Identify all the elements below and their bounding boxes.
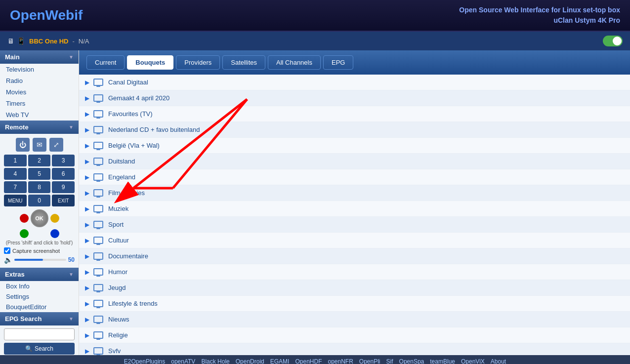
footer-link[interactable]: About xyxy=(491,358,506,364)
power-btn[interactable]: ⏻ xyxy=(16,138,30,152)
monitor-icon[interactable]: 🖥 xyxy=(7,37,14,45)
expand-arrow: ▶ xyxy=(85,284,89,291)
bouquet-item[interactable]: ▶ Jeugd xyxy=(79,280,630,296)
num-menu[interactable]: MENU xyxy=(4,195,27,206)
bouquet-item[interactable]: ▶ Nederland CD + favo buitenland xyxy=(79,122,630,138)
channel-info: 🖥 📱 BBC One HD - N/A xyxy=(7,37,89,45)
bouquet-item[interactable]: ▶ Humor xyxy=(79,264,630,280)
capture-checkbox[interactable] xyxy=(4,247,10,254)
volume-slider[interactable] xyxy=(14,259,66,261)
num-5[interactable]: 5 xyxy=(28,168,51,180)
bouquet-item[interactable]: ▶ België (Vla + Wal) xyxy=(79,138,630,154)
footer-link[interactable]: openNFR xyxy=(328,358,353,364)
epg-section-header[interactable]: EPG Search ▼ xyxy=(0,312,79,325)
bouquet-name: Nieuws xyxy=(108,316,129,323)
footer: E2OpenPluginsopenATVBlack HoleOpenDroidE… xyxy=(0,355,630,364)
num-4[interactable]: 4 xyxy=(4,168,27,180)
bouquet-item[interactable]: ▶ Engeland xyxy=(79,169,630,185)
main-section-header[interactable]: Main ▼ xyxy=(0,50,79,64)
nav-timers[interactable]: Timers xyxy=(0,98,79,109)
tv-icon xyxy=(93,347,103,355)
green-btn[interactable] xyxy=(20,229,29,238)
expand-arrow: ▶ xyxy=(85,348,89,355)
num-3[interactable]: 3 xyxy=(52,155,75,166)
nav-boxinfo[interactable]: Box Info xyxy=(0,281,79,291)
tv-icon xyxy=(93,300,103,307)
expand-btn[interactable]: ⤢ xyxy=(49,138,63,152)
bouquet-item[interactable]: ▶ Documentaire xyxy=(79,248,630,264)
footer-link[interactable]: EGAMI xyxy=(270,358,290,364)
footer-link[interactable]: OpenPli xyxy=(359,358,380,364)
tab-epg[interactable]: EPG xyxy=(323,55,353,70)
channel-name[interactable]: BBC One HD xyxy=(29,38,68,45)
content-area: Current Bouquets Providers Satellites Al… xyxy=(79,50,630,355)
sidebar: Main ▼ Television Radio Movies Timers We… xyxy=(0,50,79,355)
tab-bouquets[interactable]: Bouquets xyxy=(127,55,173,70)
footer-link[interactable]: OpenDroid xyxy=(236,358,264,364)
tab-providers[interactable]: Providers xyxy=(176,55,220,70)
bouquet-name: Gemaakt 4 april 2020 xyxy=(108,94,169,102)
nav-radio[interactable]: Radio xyxy=(0,75,79,86)
bouquet-item[interactable]: ▶ Duitsland xyxy=(79,154,630,169)
nav-movies[interactable]: Movies xyxy=(0,86,79,98)
capture-row: Capture screenshot xyxy=(4,247,75,254)
extras-nav: Box Info Settings BouquetEditor xyxy=(0,281,79,312)
epg-search-input[interactable] xyxy=(4,328,75,340)
bouquet-name: Favourites (TV) xyxy=(108,110,153,118)
footer-link[interactable]: E2OpenPlugins xyxy=(124,358,165,364)
logo-open: Open xyxy=(10,7,45,23)
bouquet-item[interactable]: ▶ Canal Digitaal xyxy=(79,75,630,90)
logo[interactable]: OpenWebif xyxy=(10,7,83,23)
remote-collapse-arrow: ▼ xyxy=(69,124,74,130)
volume-row: 🔈 50 xyxy=(4,256,75,264)
bouquet-item[interactable]: ▶ Lifestyle & trends xyxy=(79,296,630,312)
blue-btn[interactable] xyxy=(50,229,59,238)
num-9[interactable]: 9 xyxy=(52,181,75,193)
footer-link[interactable]: OpenSpa xyxy=(399,358,424,364)
bouquet-item[interactable]: ▶ Film + series xyxy=(79,185,630,201)
tab-all-channels[interactable]: All Channels xyxy=(268,55,321,70)
bouquet-item[interactable]: ▶ Muziek xyxy=(79,201,630,217)
footer-link[interactable]: OpenHDF xyxy=(295,358,322,364)
bouquet-item[interactable]: ▶ Religie xyxy=(79,327,630,343)
main-layout: Main ▼ Television Radio Movies Timers We… xyxy=(0,50,630,355)
num-2[interactable]: 2 xyxy=(28,155,51,166)
bouquet-name: Jeugd xyxy=(108,284,126,291)
footer-link[interactable]: OpenViX xyxy=(461,358,485,364)
email-btn[interactable]: ✉ xyxy=(33,138,46,152)
tv-icon xyxy=(93,189,103,197)
tab-current[interactable]: Current xyxy=(86,55,125,70)
ok-btn[interactable]: OK xyxy=(31,209,48,227)
remote-section-header[interactable]: Remote ▼ xyxy=(0,121,79,134)
num-7[interactable]: 7 xyxy=(4,181,27,193)
yellow-btn[interactable] xyxy=(50,214,59,223)
red-btn[interactable] xyxy=(20,214,29,223)
nav-television[interactable]: Television xyxy=(0,64,79,75)
nav-bouqueteditor[interactable]: BouquetEditor xyxy=(0,302,79,312)
bouquet-item[interactable]: ▶ Nieuws xyxy=(79,312,630,327)
footer-link[interactable]: openATV xyxy=(171,358,195,364)
num-6[interactable]: 6 xyxy=(52,168,75,180)
bouquet-item[interactable]: ▶ Gemaakt 4 april 2020 xyxy=(79,90,630,106)
num-exit[interactable]: EXIT xyxy=(52,195,75,206)
mobile-icon[interactable]: 📱 xyxy=(17,37,25,45)
bouquet-item[interactable]: ▶ Sport xyxy=(79,217,630,233)
nav-settings[interactable]: Settings xyxy=(0,291,79,302)
nav-webtv[interactable]: Web TV xyxy=(0,109,79,121)
bouquet-item[interactable]: ▶ Favourites (TV) xyxy=(79,106,630,122)
footer-link[interactable]: Black Hole xyxy=(201,358,229,364)
bouquet-item[interactable]: ▶ Svfv xyxy=(79,343,630,355)
footer-link[interactable]: Sif xyxy=(386,358,393,364)
footer-link[interactable]: teamBlue xyxy=(430,358,455,364)
num-0[interactable]: 0 xyxy=(28,195,51,206)
shift-hint: (Press 'shift' and click to 'hold') xyxy=(4,240,75,245)
num-1[interactable]: 1 xyxy=(4,155,27,166)
bouquet-item[interactable]: ▶ Cultuur xyxy=(79,233,630,248)
expand-arrow: ▶ xyxy=(85,111,89,118)
bouquet-name: Cultuur xyxy=(108,237,129,244)
extras-section-header[interactable]: Extras ▼ xyxy=(0,268,79,281)
epg-search-button[interactable]: 🔍 Search xyxy=(4,343,75,355)
num-8[interactable]: 8 xyxy=(28,181,51,193)
tab-satellites[interactable]: Satellites xyxy=(222,55,265,70)
power-toggle[interactable] xyxy=(603,36,623,46)
